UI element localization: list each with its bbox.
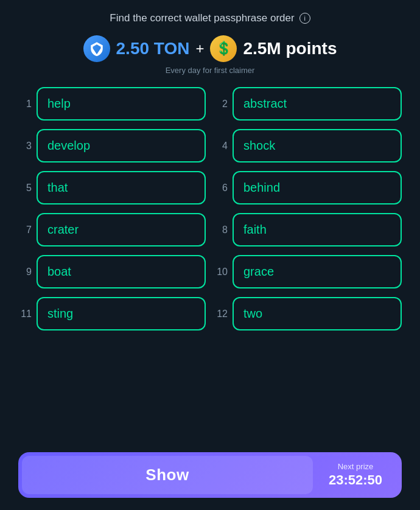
word-number: 5 bbox=[18, 183, 32, 194]
show-button[interactable]: Show bbox=[22, 456, 313, 494]
next-prize-section: Next prize 23:52:50 bbox=[313, 456, 398, 494]
word-box[interactable]: grace bbox=[233, 255, 402, 288]
header-section: Find the correct wallet passphrase order… bbox=[18, 12, 402, 75]
word-number: 11 bbox=[18, 309, 32, 320]
word-item: 5that bbox=[18, 171, 206, 204]
word-item: 4shock bbox=[214, 129, 402, 162]
ton-amount: 2.50 TON bbox=[116, 39, 190, 58]
word-item: 9boat bbox=[18, 255, 206, 288]
word-box[interactable]: shock bbox=[233, 129, 402, 162]
word-box[interactable]: that bbox=[37, 171, 206, 204]
bottom-bar: Show Next prize 23:52:50 bbox=[18, 452, 402, 498]
word-box[interactable]: behind bbox=[233, 171, 402, 204]
countdown-timer: 23:52:50 bbox=[329, 472, 382, 488]
plus-sign: + bbox=[195, 40, 204, 57]
page-title: Find the correct wallet passphrase order bbox=[110, 12, 294, 24]
coin-icon: 💲 bbox=[210, 35, 237, 62]
word-box[interactable]: crater bbox=[37, 213, 206, 246]
word-item: 8faith bbox=[214, 213, 402, 246]
word-box[interactable]: two bbox=[233, 297, 402, 330]
word-number: 3 bbox=[18, 141, 32, 152]
word-item: 7crater bbox=[18, 213, 206, 246]
reward-row: 2.50 TON + 💲 2.5M points bbox=[83, 35, 337, 62]
word-item: 11sting bbox=[18, 297, 206, 330]
word-number: 9 bbox=[18, 267, 32, 278]
word-item: 10grace bbox=[214, 255, 402, 288]
word-number: 7 bbox=[18, 225, 32, 236]
word-number: 4 bbox=[214, 141, 228, 152]
words-grid: 1help2abstract3develop4shock5that6behind… bbox=[18, 87, 402, 330]
word-box[interactable]: sting bbox=[37, 297, 206, 330]
word-box[interactable]: boat bbox=[37, 255, 206, 288]
subtitle: Every day for first claimer bbox=[166, 66, 255, 75]
word-box[interactable]: develop bbox=[37, 129, 206, 162]
word-box[interactable]: faith bbox=[233, 213, 402, 246]
word-number: 6 bbox=[214, 183, 228, 194]
points-amount: 2.5M points bbox=[243, 39, 337, 58]
word-item: 3develop bbox=[18, 129, 206, 162]
title-row: Find the correct wallet passphrase order… bbox=[110, 12, 310, 24]
word-number: 8 bbox=[214, 225, 228, 236]
word-item: 1help bbox=[18, 87, 206, 121]
word-number: 10 bbox=[214, 267, 228, 278]
info-icon[interactable]: i bbox=[299, 13, 310, 24]
word-box[interactable]: abstract bbox=[233, 87, 402, 121]
next-prize-label: Next prize bbox=[338, 462, 374, 471]
ton-icon bbox=[83, 35, 110, 62]
word-number: 1 bbox=[18, 99, 32, 110]
word-item: 6behind bbox=[214, 171, 402, 204]
word-box[interactable]: help bbox=[37, 87, 206, 121]
word-number: 2 bbox=[214, 99, 228, 110]
word-number: 12 bbox=[214, 309, 228, 320]
word-item: 2abstract bbox=[214, 87, 402, 121]
word-item: 12two bbox=[214, 297, 402, 330]
